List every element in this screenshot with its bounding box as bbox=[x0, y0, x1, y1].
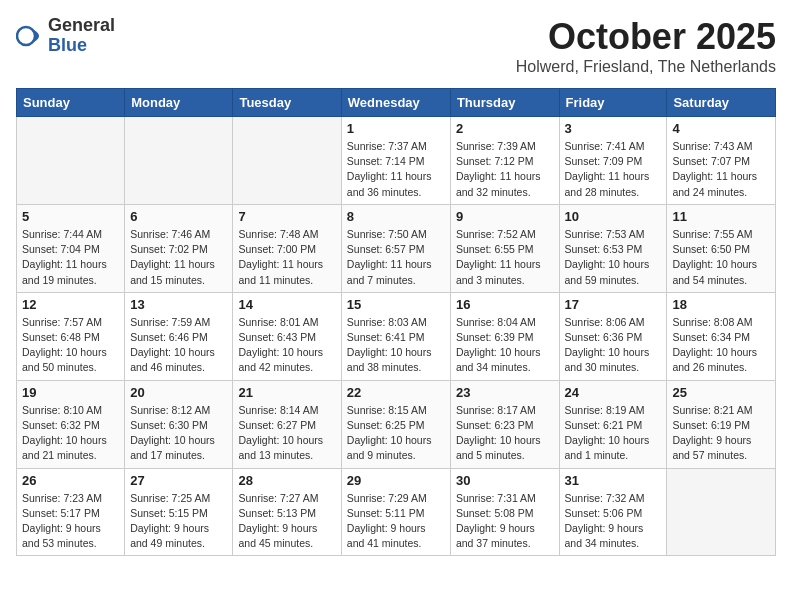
calendar-cell: 27Sunrise: 7:25 AM Sunset: 5:15 PM Dayli… bbox=[125, 468, 233, 556]
calendar-cell bbox=[125, 117, 233, 205]
day-info: Sunrise: 7:53 AM Sunset: 6:53 PM Dayligh… bbox=[565, 227, 662, 288]
calendar-cell: 30Sunrise: 7:31 AM Sunset: 5:08 PM Dayli… bbox=[450, 468, 559, 556]
day-info: Sunrise: 7:57 AM Sunset: 6:48 PM Dayligh… bbox=[22, 315, 119, 376]
day-number: 21 bbox=[238, 385, 335, 400]
day-info: Sunrise: 7:41 AM Sunset: 7:09 PM Dayligh… bbox=[565, 139, 662, 200]
calendar-cell: 24Sunrise: 8:19 AM Sunset: 6:21 PM Dayli… bbox=[559, 380, 667, 468]
day-info: Sunrise: 7:39 AM Sunset: 7:12 PM Dayligh… bbox=[456, 139, 554, 200]
day-number: 29 bbox=[347, 473, 445, 488]
calendar-cell: 22Sunrise: 8:15 AM Sunset: 6:25 PM Dayli… bbox=[341, 380, 450, 468]
weekday-header: Friday bbox=[559, 89, 667, 117]
day-info: Sunrise: 7:48 AM Sunset: 7:00 PM Dayligh… bbox=[238, 227, 335, 288]
weekday-header: Wednesday bbox=[341, 89, 450, 117]
logo-text: General Blue bbox=[48, 16, 115, 56]
logo-general: General bbox=[48, 16, 115, 36]
calendar-cell: 26Sunrise: 7:23 AM Sunset: 5:17 PM Dayli… bbox=[17, 468, 125, 556]
logo-icon bbox=[16, 22, 44, 50]
calendar-cell: 18Sunrise: 8:08 AM Sunset: 6:34 PM Dayli… bbox=[667, 292, 776, 380]
svg-point-0 bbox=[17, 27, 35, 45]
day-number: 26 bbox=[22, 473, 119, 488]
calendar-cell: 4Sunrise: 7:43 AM Sunset: 7:07 PM Daylig… bbox=[667, 117, 776, 205]
day-number: 23 bbox=[456, 385, 554, 400]
day-info: Sunrise: 7:27 AM Sunset: 5:13 PM Dayligh… bbox=[238, 491, 335, 552]
day-number: 30 bbox=[456, 473, 554, 488]
day-number: 24 bbox=[565, 385, 662, 400]
calendar-cell: 13Sunrise: 7:59 AM Sunset: 6:46 PM Dayli… bbox=[125, 292, 233, 380]
calendar-cell: 7Sunrise: 7:48 AM Sunset: 7:00 PM Daylig… bbox=[233, 204, 341, 292]
calendar-cell: 29Sunrise: 7:29 AM Sunset: 5:11 PM Dayli… bbox=[341, 468, 450, 556]
day-info: Sunrise: 8:08 AM Sunset: 6:34 PM Dayligh… bbox=[672, 315, 770, 376]
day-number: 10 bbox=[565, 209, 662, 224]
day-info: Sunrise: 7:50 AM Sunset: 6:57 PM Dayligh… bbox=[347, 227, 445, 288]
calendar-week-row: 1Sunrise: 7:37 AM Sunset: 7:14 PM Daylig… bbox=[17, 117, 776, 205]
day-number: 15 bbox=[347, 297, 445, 312]
calendar-cell: 17Sunrise: 8:06 AM Sunset: 6:36 PM Dayli… bbox=[559, 292, 667, 380]
day-info: Sunrise: 7:32 AM Sunset: 5:06 PM Dayligh… bbox=[565, 491, 662, 552]
day-info: Sunrise: 7:43 AM Sunset: 7:07 PM Dayligh… bbox=[672, 139, 770, 200]
day-info: Sunrise: 8:17 AM Sunset: 6:23 PM Dayligh… bbox=[456, 403, 554, 464]
day-info: Sunrise: 7:59 AM Sunset: 6:46 PM Dayligh… bbox=[130, 315, 227, 376]
day-number: 6 bbox=[130, 209, 227, 224]
day-info: Sunrise: 8:19 AM Sunset: 6:21 PM Dayligh… bbox=[565, 403, 662, 464]
day-number: 1 bbox=[347, 121, 445, 136]
calendar-week-row: 26Sunrise: 7:23 AM Sunset: 5:17 PM Dayli… bbox=[17, 468, 776, 556]
calendar-cell: 23Sunrise: 8:17 AM Sunset: 6:23 PM Dayli… bbox=[450, 380, 559, 468]
calendar-week-row: 12Sunrise: 7:57 AM Sunset: 6:48 PM Dayli… bbox=[17, 292, 776, 380]
day-number: 27 bbox=[130, 473, 227, 488]
day-info: Sunrise: 8:12 AM Sunset: 6:30 PM Dayligh… bbox=[130, 403, 227, 464]
day-number: 22 bbox=[347, 385, 445, 400]
calendar-cell: 15Sunrise: 8:03 AM Sunset: 6:41 PM Dayli… bbox=[341, 292, 450, 380]
day-number: 17 bbox=[565, 297, 662, 312]
day-info: Sunrise: 7:31 AM Sunset: 5:08 PM Dayligh… bbox=[456, 491, 554, 552]
day-number: 9 bbox=[456, 209, 554, 224]
day-info: Sunrise: 8:14 AM Sunset: 6:27 PM Dayligh… bbox=[238, 403, 335, 464]
day-number: 16 bbox=[456, 297, 554, 312]
weekday-header: Tuesday bbox=[233, 89, 341, 117]
calendar-cell: 3Sunrise: 7:41 AM Sunset: 7:09 PM Daylig… bbox=[559, 117, 667, 205]
day-number: 8 bbox=[347, 209, 445, 224]
day-number: 12 bbox=[22, 297, 119, 312]
day-number: 7 bbox=[238, 209, 335, 224]
page-header: General Blue October 2025 Holwerd, Fries… bbox=[16, 16, 776, 76]
day-info: Sunrise: 7:29 AM Sunset: 5:11 PM Dayligh… bbox=[347, 491, 445, 552]
calendar-cell: 1Sunrise: 7:37 AM Sunset: 7:14 PM Daylig… bbox=[341, 117, 450, 205]
day-number: 4 bbox=[672, 121, 770, 136]
day-number: 28 bbox=[238, 473, 335, 488]
day-number: 25 bbox=[672, 385, 770, 400]
calendar-cell: 25Sunrise: 8:21 AM Sunset: 6:19 PM Dayli… bbox=[667, 380, 776, 468]
day-number: 20 bbox=[130, 385, 227, 400]
weekday-header: Sunday bbox=[17, 89, 125, 117]
calendar-cell: 9Sunrise: 7:52 AM Sunset: 6:55 PM Daylig… bbox=[450, 204, 559, 292]
calendar-week-row: 5Sunrise: 7:44 AM Sunset: 7:04 PM Daylig… bbox=[17, 204, 776, 292]
calendar-body: 1Sunrise: 7:37 AM Sunset: 7:14 PM Daylig… bbox=[17, 117, 776, 556]
day-number: 14 bbox=[238, 297, 335, 312]
day-number: 18 bbox=[672, 297, 770, 312]
calendar-cell: 14Sunrise: 8:01 AM Sunset: 6:43 PM Dayli… bbox=[233, 292, 341, 380]
day-number: 5 bbox=[22, 209, 119, 224]
calendar-cell: 31Sunrise: 7:32 AM Sunset: 5:06 PM Dayli… bbox=[559, 468, 667, 556]
day-info: Sunrise: 8:21 AM Sunset: 6:19 PM Dayligh… bbox=[672, 403, 770, 464]
calendar-cell bbox=[667, 468, 776, 556]
day-info: Sunrise: 8:03 AM Sunset: 6:41 PM Dayligh… bbox=[347, 315, 445, 376]
calendar-table: SundayMondayTuesdayWednesdayThursdayFrid… bbox=[16, 88, 776, 556]
calendar-cell: 21Sunrise: 8:14 AM Sunset: 6:27 PM Dayli… bbox=[233, 380, 341, 468]
logo: General Blue bbox=[16, 16, 115, 56]
month-title: October 2025 bbox=[516, 16, 776, 58]
calendar-cell: 20Sunrise: 8:12 AM Sunset: 6:30 PM Dayli… bbox=[125, 380, 233, 468]
day-number: 3 bbox=[565, 121, 662, 136]
calendar-cell: 28Sunrise: 7:27 AM Sunset: 5:13 PM Dayli… bbox=[233, 468, 341, 556]
calendar-header-row: SundayMondayTuesdayWednesdayThursdayFrid… bbox=[17, 89, 776, 117]
day-info: Sunrise: 8:04 AM Sunset: 6:39 PM Dayligh… bbox=[456, 315, 554, 376]
title-block: October 2025 Holwerd, Friesland, The Net… bbox=[516, 16, 776, 76]
weekday-header: Saturday bbox=[667, 89, 776, 117]
calendar-cell: 6Sunrise: 7:46 AM Sunset: 7:02 PM Daylig… bbox=[125, 204, 233, 292]
calendar-week-row: 19Sunrise: 8:10 AM Sunset: 6:32 PM Dayli… bbox=[17, 380, 776, 468]
calendar-cell: 11Sunrise: 7:55 AM Sunset: 6:50 PM Dayli… bbox=[667, 204, 776, 292]
calendar-cell: 12Sunrise: 7:57 AM Sunset: 6:48 PM Dayli… bbox=[17, 292, 125, 380]
day-number: 19 bbox=[22, 385, 119, 400]
day-number: 31 bbox=[565, 473, 662, 488]
day-info: Sunrise: 7:44 AM Sunset: 7:04 PM Dayligh… bbox=[22, 227, 119, 288]
day-info: Sunrise: 8:01 AM Sunset: 6:43 PM Dayligh… bbox=[238, 315, 335, 376]
weekday-header: Thursday bbox=[450, 89, 559, 117]
weekday-header: Monday bbox=[125, 89, 233, 117]
